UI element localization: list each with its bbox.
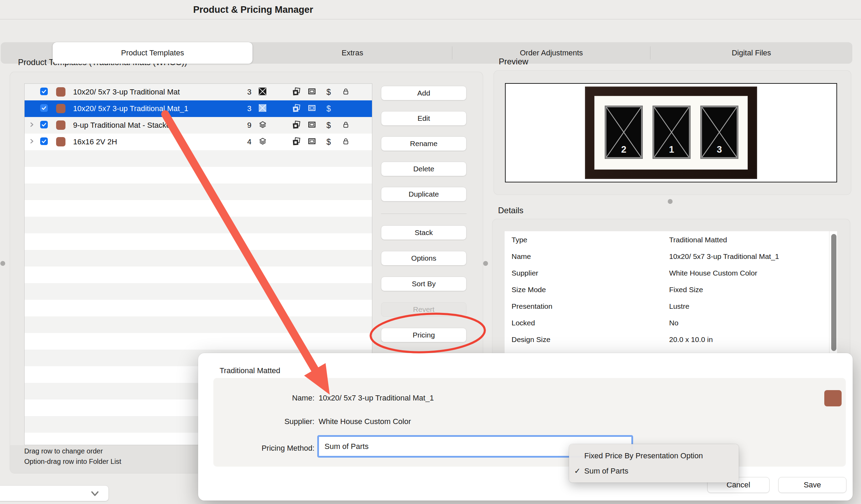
stack-layers-icon <box>259 121 267 130</box>
duplicate-icon <box>292 104 301 114</box>
pricing-method-label: Pricing Method: <box>229 444 314 453</box>
details-row-value: Traditional Matted <box>669 232 727 248</box>
tab-digital-files[interactable]: Digital Files <box>650 42 852 64</box>
product-pricing-manager-window: Product & Pricing Manager Product Templa… <box>0 0 861 504</box>
color-swatch <box>56 87 65 97</box>
checkbox-checked-icon[interactable] <box>40 88 48 97</box>
tab-order-adjustments[interactable]: Order Adjustments <box>452 42 650 64</box>
color-swatch <box>56 104 65 113</box>
mat-frame-preview: 2 1 3 <box>585 87 757 179</box>
checkmark-icon: ✓ <box>572 463 582 479</box>
opening-count: 3 <box>232 84 251 100</box>
menu-item-label: Fixed Price By Presentation Option <box>584 448 703 464</box>
supplier-field-value: White House Custom Color <box>319 417 411 426</box>
stack-layers-icon <box>259 137 267 147</box>
name-field-label: Name: <box>229 394 314 403</box>
table-row[interactable]: 16x16 2V 2H 4 $ <box>25 134 372 150</box>
frame-icon <box>308 88 316 97</box>
template-name: 16x16 2V 2H <box>73 134 117 150</box>
details-row-label: Design Size <box>512 331 550 348</box>
edit-button[interactable]: Edit <box>381 111 467 126</box>
details-row-label: Supplier <box>512 265 538 281</box>
details-row: Presentation Lustre <box>505 298 837 315</box>
delete-button[interactable]: Delete <box>381 162 467 176</box>
duplicate-icon <box>292 137 301 147</box>
dollar-icon: $ <box>325 117 332 134</box>
table-row-selected[interactable]: 10x20/ 5x7 3-up Traditional Mat_1 3 $ <box>25 100 372 117</box>
details-row: Design Size 20.0 x 10.0 in <box>505 331 837 348</box>
duplicate-button[interactable]: Duplicate <box>381 187 467 201</box>
mat-board: 2 1 3 <box>594 96 748 170</box>
details-row: Size Mode Fixed Size <box>505 281 837 298</box>
details-row: Supplier White House Custom Color <box>505 265 837 281</box>
details-row-label: Type <box>512 232 527 248</box>
mat-opening: 1 <box>653 106 690 158</box>
details-row: Name 10x20/ 5x7 3-up Traditional Mat_1 <box>505 248 837 265</box>
details-row: Locked No <box>505 315 837 331</box>
frame-icon <box>308 137 316 147</box>
details-table: Type Traditional Matted Name 10x20/ 5x7 … <box>505 231 837 361</box>
preview-label: Preview <box>499 57 528 66</box>
drag-hint-line2: Option-drag row into Folder List <box>24 458 121 466</box>
checkbox-checked-icon[interactable] <box>40 137 48 146</box>
dialog-title: Traditional Matted <box>220 366 280 375</box>
sort-by-button[interactable]: Sort By <box>381 277 467 291</box>
details-row-value: Fixed Size <box>669 281 703 298</box>
button-divider <box>381 214 467 214</box>
pricing-method-value: Sum of Parts <box>325 437 369 456</box>
tab-extras[interactable]: Extras <box>252 42 452 64</box>
middle-splitter-handle[interactable] <box>483 261 488 266</box>
dollar-icon: $ <box>325 84 332 100</box>
dollar-icon: $ <box>325 100 332 117</box>
details-row: Type Traditional Matted <box>505 232 837 248</box>
pricing-button[interactable]: Pricing <box>381 328 467 342</box>
color-swatch <box>56 120 65 130</box>
template-color-swatch <box>824 390 842 406</box>
preview-splitter-handle[interactable] <box>668 199 673 204</box>
name-field-value: 10x20/ 5x7 3-up Traditional Mat_1 <box>319 394 434 403</box>
checkbox-checked-icon[interactable] <box>40 104 48 113</box>
supplier-field-label: Supplier: <box>229 417 314 426</box>
opening-number: 1 <box>654 144 689 155</box>
mat-placeholder-icon <box>259 88 266 97</box>
menu-item-sum-of-parts[interactable]: ✓ Sum of Parts <box>569 463 739 479</box>
lock-icon <box>342 138 349 146</box>
details-row-value: Lustre <box>669 298 689 315</box>
details-row-label: Presentation <box>512 298 552 315</box>
tab-divider <box>452 46 452 60</box>
tab-product-templates[interactable]: Product Templates <box>53 42 252 64</box>
rename-button[interactable]: Rename <box>381 136 467 151</box>
menu-item-fixed-price[interactable]: Fixed Price By Presentation Option <box>569 448 739 464</box>
drag-hint-line1: Drag row to change order <box>24 447 103 455</box>
details-row-label: Size Mode <box>512 281 546 298</box>
table-row[interactable]: 9-up Traditional Mat - Stacked 9 $ <box>25 117 372 134</box>
table-row[interactable]: 10x20/ 5x7 3-up Traditional Mat 3 $ <box>25 84 372 100</box>
details-label: Details <box>498 206 523 215</box>
frame-icon <box>308 104 316 114</box>
add-button[interactable]: Add <box>381 86 467 100</box>
revert-button[interactable]: Revert <box>381 302 467 317</box>
options-button[interactable]: Options <box>381 251 467 266</box>
stack-button[interactable]: Stack <box>381 225 467 240</box>
details-row-value: White House Custom Color <box>669 265 757 281</box>
mat-opening: 3 <box>701 106 738 158</box>
template-name: 10x20/ 5x7 3-up Traditional Mat_1 <box>73 100 188 117</box>
folder-popup-button[interactable] <box>0 485 109 501</box>
tab-divider <box>650 46 650 60</box>
window-title: Product & Pricing Manager <box>0 0 506 19</box>
lock-icon <box>342 88 349 97</box>
save-button[interactable]: Save <box>778 477 846 493</box>
details-row-value: 10x20/ 5x7 3-up Traditional Mat_1 <box>669 248 779 265</box>
checkbox-checked-icon[interactable] <box>40 121 48 130</box>
disclosure-chevron-icon[interactable] <box>29 122 35 129</box>
details-row-value: 20.0 x 10.0 in <box>669 331 713 348</box>
scrollbar-track <box>829 231 829 361</box>
details-row-label: Name <box>512 248 531 265</box>
left-splitter-handle[interactable] <box>0 261 5 266</box>
color-swatch <box>56 137 65 146</box>
scrollbar-thumb[interactable] <box>831 234 836 351</box>
template-name: 9-up Traditional Mat - Stacked <box>73 117 175 134</box>
chevron-down-icon <box>90 489 100 498</box>
disclosure-chevron-icon[interactable] <box>29 138 35 146</box>
opening-number: 2 <box>606 144 641 155</box>
